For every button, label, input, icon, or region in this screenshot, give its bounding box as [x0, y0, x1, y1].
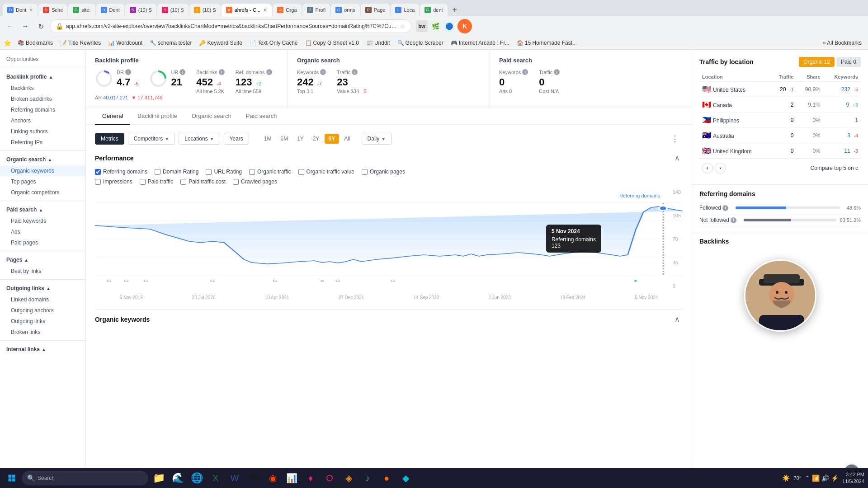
sidebar-item-top-pages[interactable]: Top pages: [0, 176, 85, 187]
tab-1[interactable]: DDent✕: [3, 4, 38, 16]
paid-traffic-checkbox[interactable]: [140, 179, 146, 185]
forward-button[interactable]: →: [19, 20, 32, 33]
domain-rating-checkbox[interactable]: [155, 169, 160, 175]
tab-10[interactable]: PProfi: [302, 4, 330, 16]
competitors-button[interactable]: Competitors ▼: [128, 133, 175, 145]
user-avatar[interactable]: K: [458, 19, 472, 33]
sidebar-section-header-internal[interactable]: Internal links ▲: [0, 343, 85, 355]
sidebar-item-outgoing-anchors[interactable]: Outgoing anchors: [0, 305, 85, 316]
reload-button[interactable]: ↻: [34, 20, 47, 33]
bookmark-title-rewrites[interactable]: 📝 Title Rewrites: [57, 39, 104, 47]
taskbar-app5[interactable]: ●: [378, 470, 395, 486]
time-1m[interactable]: 1M: [260, 134, 276, 144]
bookmark-homemade[interactable]: 🏠 15 Homemade Fast...: [514, 39, 580, 47]
bookmark-all[interactable]: » All Bookmarks: [820, 39, 864, 47]
dr-info[interactable]: i: [125, 69, 131, 75]
organic-traffic-value-checkbox[interactable]: [298, 169, 304, 175]
sidebar-item-referring-domains[interactable]: Referring domains: [0, 104, 85, 115]
more-options-button[interactable]: ⋮: [667, 132, 683, 145]
start-button[interactable]: [4, 470, 20, 486]
checkbox-paid-traffic[interactable]: Paid traffic: [140, 178, 173, 185]
compare-next[interactable]: ›: [715, 163, 726, 174]
sidebar-item-paid-pages[interactable]: Paid pages: [0, 237, 85, 248]
bookmark-scraper[interactable]: 🔍 Google Scraper: [395, 39, 446, 47]
checkbox-referring-domains[interactable]: Referring domains: [95, 169, 147, 175]
taskbar-opera[interactable]: O: [321, 470, 338, 486]
time-all[interactable]: All: [340, 134, 354, 144]
back-button[interactable]: ←: [4, 20, 16, 33]
chevron-up-icon[interactable]: ⌃: [805, 474, 810, 482]
paid-kw-info[interactable]: i: [522, 69, 528, 75]
checkbox-impressions[interactable]: Impressions: [95, 178, 132, 185]
not-followed-info[interactable]: i: [731, 217, 736, 223]
bookmark-bookmarks[interactable]: 📚 Bookmarks: [15, 39, 56, 47]
organic-collapse[interactable]: ∧: [672, 314, 683, 324]
tab-14[interactable]: Gdent: [420, 4, 447, 16]
sidebar-section-header-pages[interactable]: Pages ▲: [0, 254, 85, 266]
sidebar-item-paid-keywords[interactable]: Paid keywords: [0, 216, 85, 226]
taskbar-file-explorer[interactable]: 📁: [151, 470, 167, 486]
taskbar-app4[interactable]: ◈: [340, 470, 357, 486]
network-icon[interactable]: 📶: [812, 474, 820, 482]
bw-ext[interactable]: bw: [416, 20, 428, 32]
time-5y[interactable]: 5Y: [325, 134, 340, 144]
organic-pages-checkbox[interactable]: [362, 169, 368, 175]
sidebar-item-organic-keywords[interactable]: Organic keywords: [0, 165, 85, 176]
checkbox-domain-rating[interactable]: Domain Rating: [155, 169, 198, 175]
impressions-checkbox[interactable]: [95, 179, 101, 185]
bookmark-text-cache[interactable]: 📄 Text-Only Cache: [247, 39, 301, 47]
taskbar-search[interactable]: 🔍 Search: [22, 471, 148, 485]
years-button[interactable]: Years: [224, 133, 249, 145]
taskbar-maps[interactable]: 🗺: [245, 470, 262, 486]
tab-paid-search[interactable]: Paid search: [239, 108, 284, 125]
bookmark-unddit[interactable]: 📰 Unddit: [363, 39, 393, 47]
tab-7[interactable]: S(10) S: [189, 4, 221, 16]
period-button[interactable]: Daily ▼: [362, 133, 392, 145]
taskbar-chrome[interactable]: 🌐: [189, 470, 205, 486]
checkbox-organic-traffic-value[interactable]: Organic traffic value: [298, 169, 355, 175]
followed-info[interactable]: i: [722, 205, 728, 211]
sidebar-item-backlinks[interactable]: Backlinks: [0, 83, 85, 94]
sidebar-section-header-backlink[interactable]: Backlink profile ▲: [0, 71, 85, 83]
checkbox-url-rating[interactable]: URL Rating: [206, 169, 242, 175]
ext-3[interactable]: 🔵: [443, 20, 455, 32]
bookmark-copy-gsheet[interactable]: 📋 Copy G Sheet v1.0: [302, 39, 362, 47]
bookmark-keyword-suite[interactable]: 🔑 Keyword Suite: [196, 39, 245, 47]
bookmark-schema[interactable]: 🔧 schema tester: [147, 39, 194, 47]
paid-traffic-cost-checkbox[interactable]: [180, 179, 186, 185]
time-1y[interactable]: 1Y: [293, 134, 308, 144]
sidebar-item-linked-domains[interactable]: Linked domains: [0, 294, 85, 305]
tab-11[interactable]: Gorms: [331, 4, 359, 16]
sidebar-item-broken-links[interactable]: Broken links: [0, 327, 85, 338]
time-6m[interactable]: 6M: [276, 134, 292, 144]
sidebar-item-ads[interactable]: Ads: [0, 226, 85, 237]
bookmark-wordcount[interactable]: 📊 Wordcount: [105, 39, 145, 47]
tab-backlink-profile[interactable]: Backlink profile: [130, 108, 184, 125]
compare-prev[interactable]: ‹: [702, 163, 713, 174]
tab-9[interactable]: AOrga: [273, 4, 301, 16]
org-kw-info[interactable]: i: [320, 69, 326, 75]
sidebar-section-header-outgoing[interactable]: Outgoing links ▲: [0, 282, 85, 294]
taskbar-app3[interactable]: ♦: [302, 470, 319, 486]
locations-button[interactable]: Locations ▼: [179, 133, 220, 145]
taskbar-spotify[interactable]: ♪: [359, 470, 376, 486]
tab-active[interactable]: aahrefs - C...✕: [222, 4, 272, 16]
sidebar-item-broken-backlinks[interactable]: Broken backlinks: [0, 94, 85, 104]
sidebar-item-best-by-links[interactable]: Best by links: [0, 266, 85, 277]
address-bar[interactable]: 🔒 app.ahrefs.com/v2-site-explorer/overvi…: [50, 19, 411, 33]
taskbar-word[interactable]: W: [226, 470, 243, 486]
tab-5[interactable]: S(10) S: [125, 4, 156, 16]
checkbox-paid-traffic-cost[interactable]: Paid traffic cost: [180, 178, 226, 185]
tab-2[interactable]: SSche: [38, 4, 67, 16]
taskbar-app6[interactable]: ◆: [397, 470, 414, 486]
ahrefs-ext[interactable]: 🌿: [429, 20, 441, 32]
checkbox-organic-pages[interactable]: Organic pages: [362, 169, 405, 175]
traffic-tab-paid[interactable]: Paid 0: [836, 57, 861, 67]
speaker-icon[interactable]: 🔊: [821, 474, 829, 482]
metrics-button[interactable]: Metrics: [95, 133, 124, 145]
sidebar-item-anchors[interactable]: Anchors: [0, 115, 85, 126]
bookmark-arcade[interactable]: 🎮 Internet Arcade : Fr...: [448, 39, 512, 47]
organic-traffic-checkbox[interactable]: [249, 169, 255, 175]
taskbar-time[interactable]: 3:42 PM 11/5/2024: [842, 471, 864, 485]
taskbar-excel[interactable]: X: [208, 470, 224, 486]
